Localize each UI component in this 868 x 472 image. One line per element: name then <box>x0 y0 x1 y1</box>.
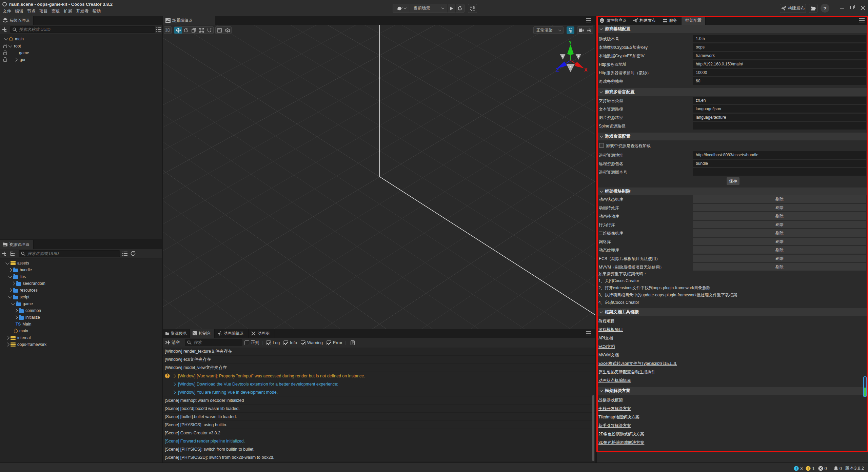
svg-text:Z: Z <box>556 67 559 73</box>
svg-text:X: X <box>584 67 588 73</box>
svg-text:Y: Y <box>569 40 572 45</box>
svg-text:i: i <box>796 467 797 470</box>
